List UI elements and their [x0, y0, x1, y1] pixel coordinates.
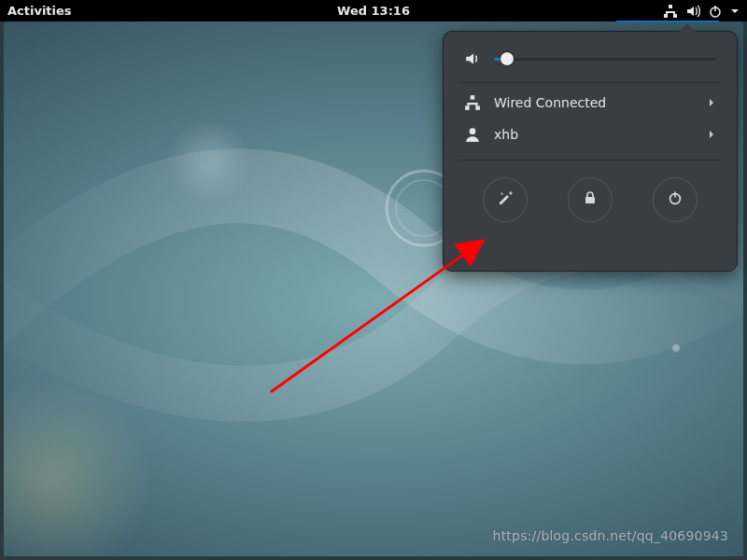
volume-row	[458, 49, 722, 78]
svg-rect-11	[585, 197, 595, 203]
lock-icon	[582, 189, 599, 210]
network-label: Wired Connected	[494, 95, 694, 110]
network-row[interactable]: Wired Connected	[458, 87, 722, 119]
user-row[interactable]: xhb	[458, 119, 722, 150]
system-status-area[interactable]	[663, 4, 740, 19]
clock[interactable]: Wed 13:16	[337, 4, 410, 18]
svg-rect-8	[465, 105, 470, 110]
top-bar: Activities Wed 13:16	[0, 0, 747, 21]
svg-rect-6	[714, 6, 716, 11]
separator	[458, 82, 722, 83]
power-icon	[667, 189, 684, 210]
settings-icon	[497, 189, 514, 210]
svg-point-10	[470, 128, 476, 134]
power-button[interactable]	[653, 177, 698, 222]
volume-icon	[464, 50, 481, 67]
volume-icon	[685, 4, 700, 19]
slider-thumb[interactable]	[500, 52, 514, 65]
chevron-down-icon	[730, 4, 740, 19]
svg-rect-4	[673, 14, 677, 18]
network-wired-icon	[663, 4, 678, 19]
chevron-right-icon	[707, 127, 716, 142]
power-icon	[708, 4, 723, 19]
system-menu-popup: Wired Connected xhb	[443, 31, 738, 272]
svg-rect-3	[664, 14, 668, 18]
svg-rect-9	[475, 105, 480, 110]
user-label: xhb	[494, 127, 694, 142]
svg-rect-13	[675, 192, 677, 198]
action-button-row	[458, 164, 722, 224]
lock-button[interactable]	[568, 177, 613, 222]
activities-button[interactable]: Activities	[7, 4, 72, 18]
user-icon	[464, 126, 481, 143]
svg-rect-2	[669, 5, 672, 8]
chevron-right-icon	[707, 95, 716, 110]
network-wired-icon	[464, 94, 481, 111]
settings-button[interactable]	[483, 177, 528, 222]
volume-slider[interactable]	[494, 52, 716, 65]
active-indicator	[616, 21, 719, 22]
watermark-text: https://blog.csdn.net/qq_40690943	[493, 528, 728, 543]
svg-rect-7	[471, 95, 475, 100]
separator	[458, 160, 722, 161]
